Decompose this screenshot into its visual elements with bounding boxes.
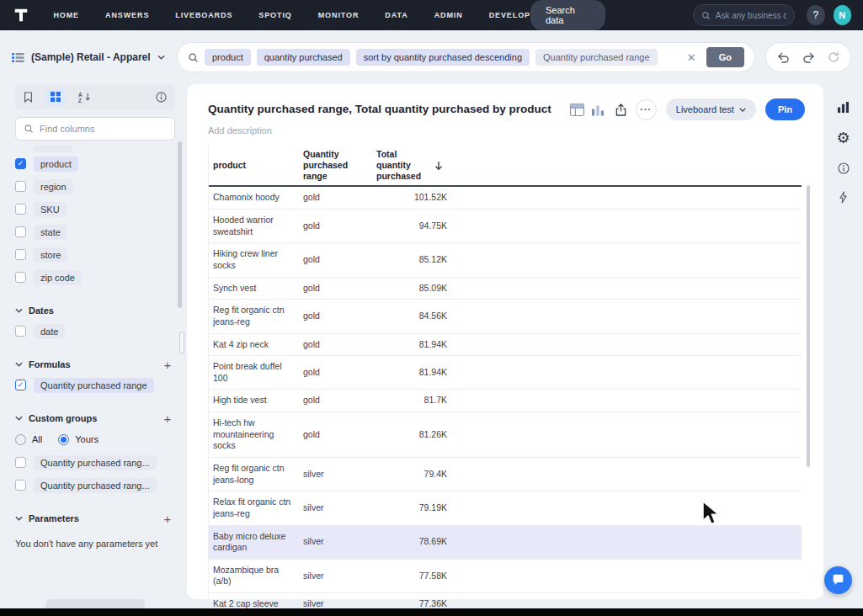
column-token[interactable]: Quantity purchased range	[34, 378, 154, 393]
chart-view-icon[interactable]	[591, 104, 605, 116]
column-token[interactable]: region	[34, 179, 73, 194]
column-item[interactable]: region	[15, 175, 175, 198]
column-item[interactable]: date	[15, 320, 175, 343]
nav-item-home[interactable]: HOME	[53, 11, 79, 19]
table-row[interactable]: Synch vestgold85.09K	[209, 278, 802, 300]
column-token[interactable]: store	[34, 247, 67, 263]
column-token[interactable]: date	[34, 324, 65, 339]
ask-business-question-input[interactable]	[693, 4, 796, 26]
details-info-icon[interactable]	[838, 162, 850, 174]
nav-item-develop[interactable]: DEVELOP	[489, 11, 530, 19]
sidebar-scrollbar[interactable]	[178, 141, 182, 308]
datasource-selector[interactable]: (Sample) Retail - Apparel	[12, 51, 177, 63]
table-row[interactable]: Baby micro deluxe cardigansilver78.69K	[209, 526, 802, 560]
help-button[interactable]: ?	[807, 5, 824, 25]
column-item[interactable]: ✓product	[15, 152, 175, 175]
table-row[interactable]: Hiking crew liner socksgold85.12K	[209, 243, 802, 277]
column-header-product[interactable]: product	[209, 157, 299, 174]
find-columns-input[interactable]	[40, 124, 167, 134]
redo-icon[interactable]	[802, 51, 815, 63]
sort-descending-icon[interactable]	[434, 161, 443, 171]
checkbox[interactable]	[15, 457, 26, 468]
radio-all[interactable]	[15, 434, 26, 445]
table-row[interactable]: Hi-tech hw mountaineering socksgold81.26…	[209, 412, 802, 458]
checkbox[interactable]	[15, 326, 26, 337]
add-formula-button[interactable]: +	[160, 358, 175, 371]
table-row[interactable]: Reg fit organic ctn jeans-longsilver79.4…	[209, 458, 802, 491]
checkbox[interactable]: ✓	[15, 380, 26, 390]
checkbox[interactable]	[15, 181, 26, 192]
column-item[interactable]: ✓Quantity purchased range	[15, 374, 175, 396]
checkbox[interactable]	[15, 480, 26, 491]
column-token[interactable]: state	[34, 225, 67, 240]
table-row[interactable]: Kat 4 zip neckgold81.94K	[209, 334, 802, 357]
parameters-section-header[interactable]: Parameters +	[15, 509, 175, 528]
formulas-section-header[interactable]: Formulas +	[15, 355, 175, 374]
user-avatar[interactable]: N	[834, 5, 851, 25]
table-row[interactable]: High tide vestgold81.7K	[209, 390, 802, 412]
column-item[interactable]: zip code	[15, 266, 175, 289]
column-token[interactable]: Quantity purchased rang...	[34, 478, 157, 493]
add-description[interactable]: Add description	[187, 120, 823, 135]
table-row[interactable]: Relax fit organic ctn jeans-regsilver79.…	[209, 491, 802, 525]
sort-az-icon[interactable]: AZ	[78, 92, 91, 103]
nav-item-data[interactable]: DATA	[385, 11, 408, 19]
column-item[interactable]: Quantity purchased rang...	[15, 451, 175, 474]
column-token[interactable]: SKU	[34, 202, 67, 217]
checkbox[interactable]	[15, 249, 26, 260]
table-row[interactable]: Point break duffel 100gold81.94K	[209, 356, 802, 390]
column-item[interactable]: store	[15, 243, 175, 266]
go-button[interactable]: Go	[706, 47, 744, 67]
more-options-button[interactable]: ···	[636, 99, 657, 120]
checkbox[interactable]	[15, 272, 26, 283]
radio-yours[interactable]	[58, 434, 69, 445]
checkbox[interactable]: ✓	[15, 158, 26, 169]
clear-query-icon[interactable]: ✕	[683, 51, 701, 64]
chart-config-icon[interactable]	[837, 101, 850, 114]
share-icon[interactable]	[615, 104, 626, 116]
column-token[interactable]: product	[34, 157, 78, 172]
column-header-total[interactable]: Total quantity purchased	[372, 146, 450, 185]
search-query-box[interactable]: productquantity purchasedsort by quantit…	[177, 42, 755, 72]
table-row[interactable]: Mozambique bra (a/b)silver77.58K	[209, 560, 802, 593]
query-token[interactable]: quantity purchased	[257, 49, 350, 66]
table-row[interactable]: Reg fit organic ctn jeans-reggold84.56K	[209, 300, 802, 333]
search-data-button[interactable]: Search data	[530, 0, 605, 30]
checkbox[interactable]	[15, 204, 26, 215]
column-token[interactable]: Quantity purchased rang...	[34, 455, 157, 470]
checkbox[interactable]	[15, 226, 26, 237]
table-row[interactable]: Chamonix hoodygold101.52K	[209, 187, 802, 210]
dates-section-header[interactable]: Dates	[15, 301, 175, 320]
nav-item-spotiq[interactable]: SPOTIQ	[258, 11, 291, 19]
nav-item-admin[interactable]: ADMIN	[434, 11, 463, 19]
spotiq-lightning-icon[interactable]	[839, 191, 848, 204]
table-scrollbar[interactable]	[807, 185, 810, 467]
column-header-range[interactable]: Quantity purchased range	[299, 146, 372, 185]
find-columns-box[interactable]	[15, 117, 175, 141]
custom-groups-section-header[interactable]: Custom groups +	[15, 409, 175, 427]
column-item[interactable]: SKU	[15, 198, 175, 220]
columns-grid-icon[interactable]	[45, 88, 66, 105]
nav-item-liveboards[interactable]: LIVEBOARDS	[175, 11, 232, 19]
refresh-icon[interactable]	[828, 51, 839, 63]
add-parameter-button[interactable]: +	[160, 512, 175, 525]
column-item[interactable]: Quantity purchased rang...	[15, 474, 175, 497]
column-token[interactable]: zip code	[34, 270, 82, 285]
query-token[interactable]: sort by quantity purchased descending	[356, 49, 530, 66]
liveboard-button[interactable]: Liveboard test	[666, 98, 756, 120]
add-custom-group-button[interactable]: +	[160, 412, 175, 425]
ask-input-field[interactable]	[716, 11, 787, 20]
table-row[interactable]: Hooded warrior sweatshirtgold94.75K	[209, 210, 802, 243]
bookmark-icon[interactable]	[24, 92, 33, 103]
nav-item-answers[interactable]: ANSWERS	[105, 11, 149, 19]
undo-icon[interactable]	[777, 51, 790, 63]
panel-resize-handle[interactable]	[179, 332, 184, 354]
table-view-icon[interactable]	[570, 104, 584, 116]
thoughtspot-logo-icon[interactable]	[12, 5, 29, 25]
query-token[interactable]: product	[205, 49, 251, 66]
settings-gear-icon[interactable]: ⚙	[836, 130, 850, 146]
column-item[interactable]: state	[15, 220, 175, 243]
query-token-pending[interactable]: Quantity purchased range	[535, 49, 658, 66]
chat-support-button[interactable]	[824, 566, 852, 594]
nav-item-monitor[interactable]: MONITOR	[318, 11, 360, 19]
